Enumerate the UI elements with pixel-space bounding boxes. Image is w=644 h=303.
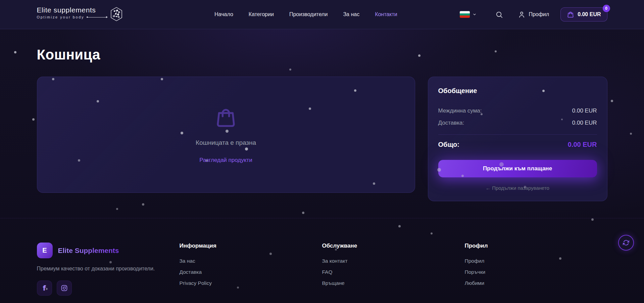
user-icon — [518, 11, 526, 18]
footer-brand-name: Elite Supplements — [58, 247, 119, 255]
profile-button[interactable]: Профил — [518, 11, 549, 18]
footer-service-column: Обслужване За контакт FAQ Връщане — [322, 243, 465, 296]
total-label: Общо: — [438, 141, 459, 148]
page-title: Кошница — [37, 47, 607, 63]
summary-divider — [438, 134, 597, 135]
cart-bag-icon — [567, 11, 574, 18]
bulgarian-flag-icon — [460, 11, 470, 18]
molecule-hexagon-icon — [110, 7, 123, 23]
language-selector[interactable] — [460, 11, 477, 18]
checkout-button[interactable]: Продължи към плащане — [438, 160, 597, 177]
footer-column-title: Обслужване — [322, 243, 465, 249]
footer-link-profile[interactable]: Профил — [465, 258, 607, 264]
profile-label: Профил — [529, 11, 549, 17]
cart-page: Кошница Кошницата е празна Разгледай про… — [37, 29, 607, 201]
footer-column-title: Профил — [465, 243, 607, 249]
refresh-floating-button[interactable] — [618, 235, 634, 251]
footer-info-column: Информация За нас Доставка Privacy Polic… — [180, 243, 322, 296]
particle-dot — [142, 203, 144, 206]
header-actions: Профил 0.00 EUR 0 — [460, 7, 607, 21]
brand-name: Elite supplements — [37, 6, 108, 14]
footer-link-returns[interactable]: Връщане — [322, 280, 465, 286]
chevron-down-icon — [473, 12, 477, 16]
total-value: 0.00 EUR — [568, 141, 597, 148]
particle-dot — [32, 118, 35, 121]
continue-shopping-link[interactable]: ← Продължи пазаруването — [438, 185, 597, 191]
header: Elite supplements Optimize your body — [0, 0, 644, 29]
order-summary-panel: Обобщение Междинна сума: 0.00 EUR Достав… — [428, 77, 607, 201]
footer-link-faq[interactable]: FAQ — [322, 269, 465, 275]
empty-cart-bag-icon — [214, 106, 237, 129]
footer-link-privacy[interactable]: Privacy Policy — [180, 280, 322, 286]
tagline-arrow-icon — [87, 16, 108, 18]
main-nav: Начало Категории Производители За нас Ко… — [214, 11, 397, 17]
facebook-button[interactable]: f — [37, 280, 52, 296]
subtotal-label: Междинна сума: — [438, 107, 482, 114]
empty-cart-panel: Кошницата е празна Разгледай продукти — [37, 77, 415, 193]
particle-dot — [611, 100, 613, 102]
footer-link-orders[interactable]: Поръчки — [465, 269, 607, 275]
nav-item-home[interactable]: Начало — [214, 11, 233, 17]
particle-dot — [116, 208, 118, 210]
facebook-icon: f — [43, 284, 46, 292]
nav-item-about[interactable]: За нас — [343, 11, 359, 17]
summary-row-shipping: Доставка: 0.00 EUR — [438, 120, 597, 126]
footer-brand-column: E Elite Supplements Премиум качество от … — [37, 243, 180, 296]
brand-tagline: Optimize your body — [37, 15, 108, 19]
refresh-icon — [623, 240, 629, 246]
empty-cart-message: Кошницата е празна — [196, 139, 256, 146]
particle-dot — [302, 212, 304, 214]
footer-link-delivery[interactable]: Доставка — [180, 269, 322, 275]
instagram-icon — [61, 285, 68, 292]
nav-item-contacts[interactable]: Контакти — [375, 11, 397, 17]
particle-dot — [630, 133, 632, 135]
cart-badge: 0 — [603, 5, 610, 12]
summary-row-subtotal: Междинна сума: 0.00 EUR — [438, 107, 597, 114]
footer: E Elite Supplements Премиум качество от … — [0, 218, 644, 303]
footer-logo: E — [37, 243, 53, 258]
search-icon — [495, 11, 503, 18]
summary-row-total: Общо: 0.00 EUR — [438, 141, 597, 148]
footer-link-about[interactable]: За нас — [180, 258, 322, 264]
shipping-label: Доставка: — [438, 120, 464, 126]
footer-brand-tagline: Премиум качество от доказани производите… — [37, 266, 180, 272]
nav-item-categories[interactable]: Категории — [249, 11, 274, 17]
cart-button[interactable]: 0.00 EUR 0 — [560, 7, 607, 21]
footer-column-title: Информация — [180, 243, 322, 249]
browse-products-link[interactable]: Разгледай продукти — [199, 157, 252, 164]
footer-profile-column: Профил Профил Поръчки Любими — [465, 243, 607, 296]
footer-link-contact[interactable]: За контакт — [322, 258, 465, 264]
instagram-button[interactable] — [57, 280, 72, 296]
subtotal-value: 0.00 EUR — [572, 107, 597, 114]
particle-dot — [14, 51, 16, 53]
search-button[interactable] — [495, 11, 503, 18]
cart-total: 0.00 EUR — [578, 11, 601, 17]
shipping-value: 0.00 EUR — [572, 120, 597, 126]
summary-title: Обобщение — [438, 87, 597, 95]
footer-link-favorites[interactable]: Любими — [465, 280, 607, 286]
nav-item-manufacturers[interactable]: Производители — [289, 11, 328, 17]
brand-logo[interactable]: Elite supplements Optimize your body — [37, 6, 123, 23]
